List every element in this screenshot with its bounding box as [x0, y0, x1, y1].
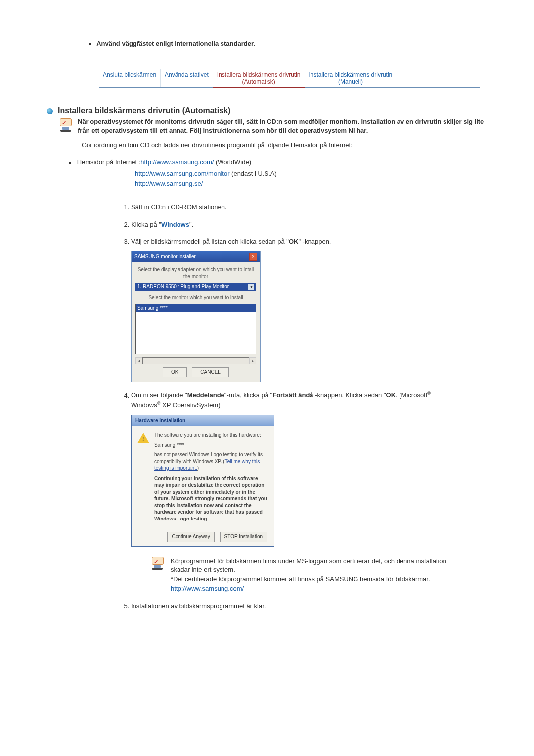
tab-label-line1: Installera bildskärmens drivrutin [309, 71, 393, 78]
tab-label-line2: (Manuell) [309, 78, 393, 85]
installer-adapter-label: Select the display adapter on which you … [135, 266, 256, 281]
installer-title-text: SAMSUNG monitor installer [134, 253, 196, 261]
step-2-pre: Klicka på " [131, 221, 161, 228]
link-note: (WorldWide) [214, 158, 251, 166]
step-1: Sätt in CD:n i CD-ROM stationen. [131, 203, 447, 212]
scroll-right-icon[interactable]: ▸ [249, 357, 256, 364]
note-samsung-link[interactable]: http://www.samsung.com/ [171, 585, 244, 592]
chevron-down-icon[interactable]: ▾ [248, 284, 254, 291]
step-3-pre: Välj er bildskärmsmodell på listan och k… [131, 238, 289, 245]
installer-adapter-value: 1. RADEON 9550 : Plug and Play Monitor [137, 284, 229, 291]
step-2: Klicka på "Windows". [131, 220, 447, 230]
hwdlg-title: Hardware Installation [132, 415, 274, 426]
driver-disk-icon: ✓ [59, 118, 73, 132]
step-4-win: Windows [131, 402, 157, 409]
step-4-meddelande: Meddelande [187, 392, 224, 399]
note-line1: Körprogrammet för bildskärmen finns unde… [171, 557, 446, 574]
step-3: Välj er bildskärmsmodell på listan och k… [131, 237, 447, 382]
top-standard-text: Använd väggfästet enligt internationella… [96, 40, 255, 47]
section-download-para: Gör iordning en tom CD och ladda ner dri… [82, 141, 487, 150]
step-4-ok: OK [386, 392, 396, 399]
hwdlg-line2: Samsung **** [154, 442, 268, 449]
certification-note: ✓ Körprogrammet för bildskärmen finns un… [151, 557, 447, 594]
separator [47, 54, 487, 54]
step-2-post: ". [189, 221, 193, 228]
section-title: Installera bildskärmens drivrutin (Autom… [58, 106, 487, 115]
stop-installation-button[interactable]: STOP Installation [220, 532, 267, 542]
hwdlg-line1: The software you are installing for this… [154, 432, 268, 439]
link-samsung-se[interactable]: http://www.samsung.se/ [135, 180, 203, 187]
warning-icon: ! [137, 432, 149, 444]
step-4-xp: XP OperativSystem) [160, 402, 220, 409]
step-4: Om ni ser följande "Meddelande"-ruta, kl… [131, 390, 447, 594]
link-samsung-monitor-us[interactable]: http://www.samsung.com/monitor [135, 170, 229, 177]
installer-monitor-item[interactable]: Samsung **** [136, 304, 256, 313]
installer-ok-button[interactable]: OK [163, 367, 186, 378]
step-3-ok: OK [289, 238, 299, 245]
hwdlg-text: The software you are installing for this… [154, 432, 268, 522]
installer-monitor-label: Select the monitor which you want to ins… [135, 294, 256, 302]
hwdlg-bold: Continuing your installation of this sof… [154, 476, 267, 521]
install-steps: Sätt in CD:n i CD-ROM stationen. Klicka … [131, 203, 487, 611]
note-line2: *Det certifierade körprogrammet kommer a… [171, 575, 430, 583]
section-bullet-icon [47, 108, 53, 114]
installer-titlebar: SAMSUNG monitor installer × [132, 251, 260, 262]
homepage-links-line: Hemsidor på Internet :http://www.samsung… [69, 158, 487, 166]
continue-anyway-button[interactable]: Continue Anyway [167, 532, 214, 542]
step-3-post: " -knappen. [298, 238, 331, 245]
installer-monitor-list[interactable]: Samsung **** [135, 304, 256, 354]
step-4-b: "-ruta, klicka på " [224, 392, 272, 399]
step-4-c: -knappen. Klicka sedan " [313, 392, 386, 399]
driver-disk-icon: ✓ [151, 557, 164, 594]
link-samsung-worldwide[interactable]: http://www.samsung.com/ [140, 158, 214, 166]
links-lead: Hemsidor på Internet : [77, 158, 141, 166]
installer-adapter-combo[interactable]: 1. RADEON 9550 : Plug and Play Monitor ▾ [135, 283, 256, 292]
tab-bar: Ansluta bildskärmen Använda stativet Ins… [99, 69, 480, 88]
scroll-left-icon[interactable]: ◂ [135, 357, 142, 364]
bullet-dot-icon [89, 43, 91, 45]
step-4-a: Om ni ser följande " [131, 392, 187, 399]
tab-install-driver-auto[interactable]: Installera bildskärmens drivrutin (Autom… [213, 69, 305, 88]
step-4-fortsatt: Fortsätt ändå [272, 392, 313, 399]
hardware-install-dialog: Hardware Installation ! The software you… [131, 415, 274, 547]
section-intro-bold: När operativsystemet för monitorns drivr… [70, 117, 487, 135]
link-note: (endast i U.S.A) [229, 170, 276, 177]
tab-label: Ansluta bildskärmen [103, 71, 156, 78]
tab-label-line1: Installera bildskärmens drivrutin [217, 71, 301, 78]
step-5: Installationen av bildskärmsprogrammet ä… [131, 602, 447, 611]
scroll-track[interactable] [142, 357, 249, 364]
close-icon[interactable]: × [249, 253, 257, 261]
step-4-d: . (Microsoft [396, 392, 427, 399]
registered-icon: ® [427, 391, 431, 396]
bullet-dot-icon [69, 162, 71, 164]
top-standard-note: Använd väggfästet enligt internationella… [47, 40, 487, 47]
step-2-windows: Windows [161, 221, 189, 228]
tab-connect-monitor[interactable]: Ansluta bildskärmen [99, 69, 161, 87]
tab-label-line2: (Automatisk) [217, 78, 301, 85]
installer-dialog: SAMSUNG monitor installer × Select the d… [131, 251, 261, 383]
tab-label: Använda stativet [165, 71, 209, 78]
tab-install-driver-manual[interactable]: Installera bildskärmens drivrutin (Manue… [305, 69, 397, 87]
hwdlg-line3b: ) [197, 465, 199, 471]
list-scrollbar[interactable]: ◂ ▸ [135, 357, 256, 364]
installer-cancel-button[interactable]: CANCEL [192, 367, 229, 378]
tab-use-stand[interactable]: Använda stativet [161, 69, 213, 87]
